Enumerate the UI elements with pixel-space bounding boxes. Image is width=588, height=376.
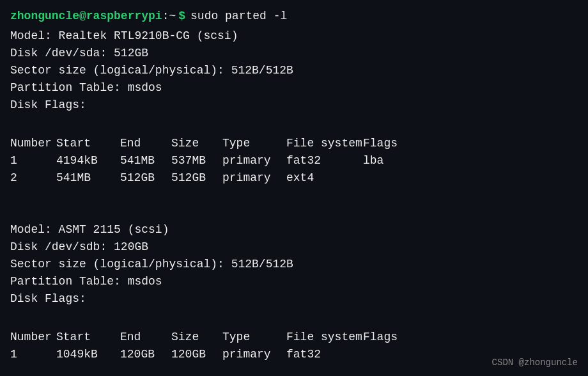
col-header-filesystem: File system — [286, 135, 363, 152]
prompt-command: sudo parted -l — [190, 8, 287, 25]
disk1-row1-type: primary — [222, 152, 286, 169]
disk2-row1-end: 120GB — [120, 346, 171, 363]
col2-header-size: Size — [171, 329, 222, 346]
col-header-start: Start — [56, 135, 120, 152]
disk1-row2-size: 512GB — [171, 169, 222, 187]
disk2-info: Model: ASMT 2115 (scsi) Disk /dev/sdb: 1… — [10, 221, 578, 308]
col-header-type: Type — [222, 135, 286, 152]
col2-header-type: Type — [222, 329, 286, 346]
disk1-row1-size: 537MB — [171, 152, 222, 169]
disk1-row2-flags — [363, 169, 414, 187]
disk1-disk-flags: Disk Flags: — [10, 97, 578, 114]
disk1-table-header: Number Start End Size Type File system F… — [10, 135, 578, 152]
disk2-table-header: Number Start End Size Type File system F… — [10, 329, 578, 346]
prompt-tilde: :~ — [162, 8, 176, 25]
disk1-row-1: 1 4194kB 541MB 537MB primary fat32 lba — [10, 152, 578, 169]
col2-header-number: Number — [10, 329, 56, 346]
disk2-row1-type: primary — [222, 346, 286, 363]
col-header-end: End — [120, 135, 171, 152]
col-header-size: Size — [171, 135, 222, 152]
disk1-row2-number: 2 — [10, 169, 56, 187]
disk1-info: Model: Realtek RTL9210B-CG (scsi) Disk /… — [10, 27, 578, 114]
col2-header-end: End — [120, 329, 171, 346]
disk1-table: Number Start End Size Type File system F… — [10, 135, 578, 187]
col2-header-filesystem: File system — [286, 329, 363, 346]
disk1-row1-filesystem: fat32 — [286, 152, 363, 169]
disk2-model: Model: ASMT 2115 (scsi) — [10, 221, 578, 239]
disk2-row1-number: 1 — [10, 346, 56, 363]
disk2-partition-table: Partition Table: msdos — [10, 273, 578, 290]
disk2-row1-size: 120GB — [171, 346, 222, 363]
disk1-disk: Disk /dev/sda: 512GB — [10, 45, 578, 62]
disk1-sector: Sector size (logical/physical): 512B/512… — [10, 62, 578, 79]
disk1-row2-end: 512GB — [120, 169, 171, 187]
disk1-row2-type: primary — [222, 169, 286, 187]
prompt-line: zhonguncle@raspberrypi :~ $ sudo parted … — [10, 8, 578, 25]
watermark: CSDN @zhonguncle — [492, 356, 578, 370]
disk1-row2-filesystem: ext4 — [286, 169, 363, 187]
disk1-row1-end: 541MB — [120, 152, 171, 169]
disk2-row1-start: 1049kB — [56, 346, 120, 363]
disk1-model: Model: Realtek RTL9210B-CG (scsi) — [10, 27, 578, 45]
disk1-partition-table: Partition Table: msdos — [10, 79, 578, 97]
prompt-user: zhonguncle@raspberrypi — [10, 8, 162, 25]
col2-header-start: Start — [56, 329, 120, 346]
col-header-flags: Flags — [363, 135, 414, 152]
disk1-row1-flags: lba — [363, 152, 414, 169]
disk2-row1-filesystem: fat32 — [286, 346, 363, 363]
disk1-row1-start: 4194kB — [56, 152, 120, 169]
disk2-disk-flags: Disk Flags: — [10, 290, 578, 308]
disk2-disk: Disk /dev/sdb: 120GB — [10, 239, 578, 256]
disk1-row1-number: 1 — [10, 152, 56, 169]
prompt-dollar: $ — [178, 8, 185, 25]
col-header-number: Number — [10, 135, 56, 152]
col2-header-flags: Flags — [363, 329, 414, 346]
disk2-sector: Sector size (logical/physical): 512B/512… — [10, 256, 578, 273]
disk1-row-2: 2 541MB 512GB 512GB primary ext4 — [10, 169, 578, 187]
disk2-row1-flags — [363, 346, 414, 363]
disk1-row2-start: 541MB — [56, 169, 120, 187]
